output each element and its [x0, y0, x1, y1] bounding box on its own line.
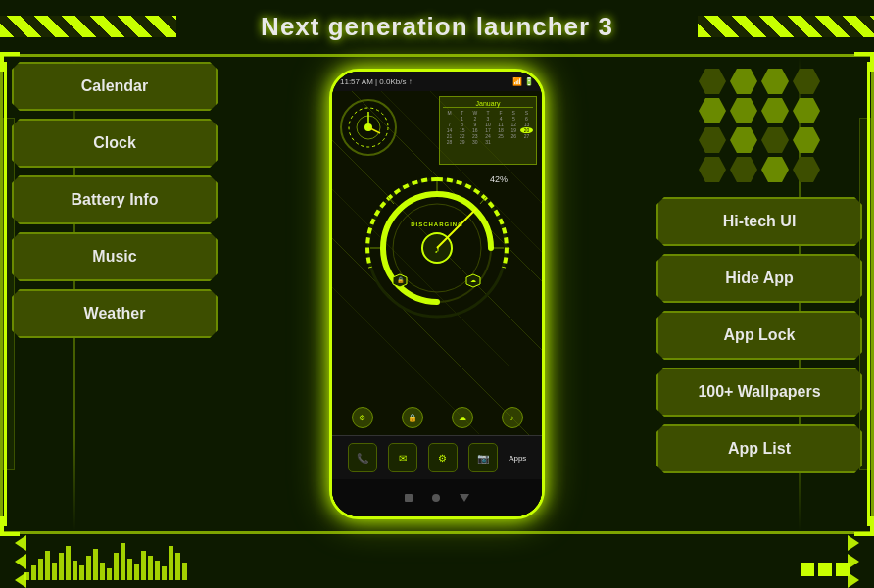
chevron-right-2	[848, 554, 859, 569]
eq-bar-item	[24, 572, 29, 580]
hide-app-button[interactable]: Hide App	[656, 254, 862, 303]
eq-bar-item	[162, 566, 167, 580]
phone-icons-row: ⚙ 🔒 ☁ ♪	[332, 407, 542, 428]
eq-bar-item	[114, 553, 119, 580]
corner-sq-1	[801, 563, 814, 576]
eq-bar-item	[79, 565, 84, 580]
header: Next generation launcher 3	[0, 0, 874, 54]
hex-4	[793, 69, 820, 94]
svg-text:♪: ♪	[434, 242, 440, 256]
eq-bar-item	[169, 546, 173, 580]
hex-14	[730, 157, 757, 182]
weather-button[interactable]: Weather	[12, 289, 218, 338]
equalizer-bars	[24, 541, 187, 580]
eq-bar-item	[86, 556, 91, 580]
eq-bar-item	[107, 568, 112, 580]
phone-bottom-bar	[332, 479, 542, 516]
hex-5	[699, 98, 726, 123]
phone-status-bar: 11:57 AM | 0.0Kb/s ↑ 📶 🔋	[332, 72, 542, 91]
corner-squares	[801, 563, 850, 576]
eq-bar-item	[141, 551, 146, 580]
app-container: Next generation launcher 3 Calendar Cloc…	[0, 0, 874, 588]
svg-text:🔒: 🔒	[397, 276, 405, 284]
hex-3	[761, 69, 789, 94]
app-title: Next generation launcher 3	[261, 12, 613, 42]
center-panel: 11:57 AM | 0.0Kb/s ↑ 📶 🔋	[227, 62, 647, 526]
eq-bar-item	[148, 556, 153, 580]
eq-bar-item	[121, 543, 125, 580]
hex-15	[761, 157, 789, 182]
hex-11	[761, 127, 789, 153]
hex-12	[793, 127, 820, 153]
phone-nav-apps[interactable]: Apps	[509, 454, 526, 463]
bottom-bar	[0, 534, 874, 588]
hex-13	[699, 157, 726, 182]
calendar-grid: MTWTFSS 123456 78910111213 1415161718192…	[443, 110, 533, 145]
chevrons-right	[848, 532, 859, 589]
corner-sq-2	[818, 563, 832, 576]
honeycomb-area	[656, 62, 862, 189]
svg-text:☁: ☁	[470, 277, 476, 283]
phone-icon-settings: ⚙	[352, 407, 373, 428]
app-list-button[interactable]: App List	[656, 424, 862, 473]
calendar-month: January	[443, 100, 533, 108]
hex-1	[699, 69, 726, 94]
eq-bar-item	[182, 563, 187, 580]
eq-bar-item	[73, 561, 77, 580]
hex-9	[699, 127, 726, 153]
phone-calendar: January MTWTFSS 123456 78910111213 14151…	[439, 96, 537, 165]
phone-back-btn[interactable]	[405, 494, 413, 502]
phone-body: 11:57 AM | 0.0Kb/s ↑ 📶 🔋	[329, 69, 545, 519]
eq-bar-item	[59, 553, 64, 580]
hex-10	[730, 127, 757, 153]
hex-6	[730, 98, 757, 123]
phone-nav-msg[interactable]: ✉	[388, 443, 417, 472]
phone-mockup: 11:57 AM | 0.0Kb/s ↑ 📶 🔋	[329, 69, 545, 519]
phone-home-btn[interactable]	[432, 494, 440, 502]
small-clock-svg	[337, 96, 401, 160]
app-lock-button[interactable]: App Lock	[656, 311, 862, 360]
music-button[interactable]: Music	[12, 232, 218, 281]
eq-bar-item	[175, 553, 180, 580]
phone-icon-music: ♪	[502, 407, 523, 428]
status-icons: 📶 🔋	[512, 77, 534, 86]
svg-line-28	[437, 209, 476, 248]
eq-bar-item	[134, 564, 139, 580]
hex-grid	[699, 69, 820, 182]
phone-recent-btn[interactable]	[460, 494, 469, 502]
hex-8	[793, 98, 820, 123]
phone-nav-bar: 📞 ✉ ⚙ 📷 Apps	[332, 435, 542, 479]
calendar-button[interactable]: Calendar	[12, 62, 218, 111]
eq-bar-item	[38, 559, 43, 580]
eq-bar-item	[31, 565, 36, 580]
phone-nav-phone[interactable]: 📞	[348, 443, 377, 472]
battery-info-button[interactable]: Battery Info	[12, 175, 218, 224]
phone-nav-settings[interactable]: ⚙	[428, 443, 458, 472]
eq-bar-item	[45, 551, 50, 580]
hex-7	[761, 98, 789, 123]
right-panel: Hi-tech UI Hide App App Lock 100+ Wallpa…	[656, 62, 862, 526]
left-panel: Calendar Clock Battery Info Music Weathe…	[12, 62, 218, 526]
phone-icon-weather: ☁	[452, 407, 473, 428]
svg-text:DISCHARGING: DISCHARGING	[411, 221, 463, 227]
eq-bar-item	[93, 549, 98, 580]
eq-bar-item	[155, 561, 160, 580]
clock-button[interactable]: Clock	[12, 119, 218, 168]
eq-bar-item	[100, 563, 105, 580]
eq-bar-item	[52, 563, 57, 580]
hazard-stripe-left	[0, 16, 176, 37]
phone-screen-content: January MTWTFSS 123456 78910111213 14151…	[332, 91, 542, 516]
phone-icon-lock: 🔒	[402, 407, 423, 428]
wallpapers-button[interactable]: 100+ Wallpapers	[656, 368, 862, 416]
main-gauge-svg: ♪ 🔒 ☁ DISCHARGING	[359, 170, 515, 326]
content-area: Calendar Clock Battery Info Music Weathe…	[0, 54, 874, 534]
hex-2	[730, 69, 757, 94]
eq-bar-item	[127, 559, 132, 580]
phone-screen: 11:57 AM | 0.0Kb/s ↑ 📶 🔋	[332, 72, 542, 516]
chevron-right-1	[848, 535, 859, 551]
gauge-area: ♪ 🔒 ☁ DISCHARGING	[337, 170, 537, 326]
phone-nav-camera[interactable]: 📷	[468, 443, 498, 472]
status-time: 11:57 AM | 0.0Kb/s ↑	[340, 77, 413, 86]
hi-tech-ui-button[interactable]: Hi-tech UI	[656, 197, 862, 246]
chevron-right-3	[848, 572, 859, 588]
